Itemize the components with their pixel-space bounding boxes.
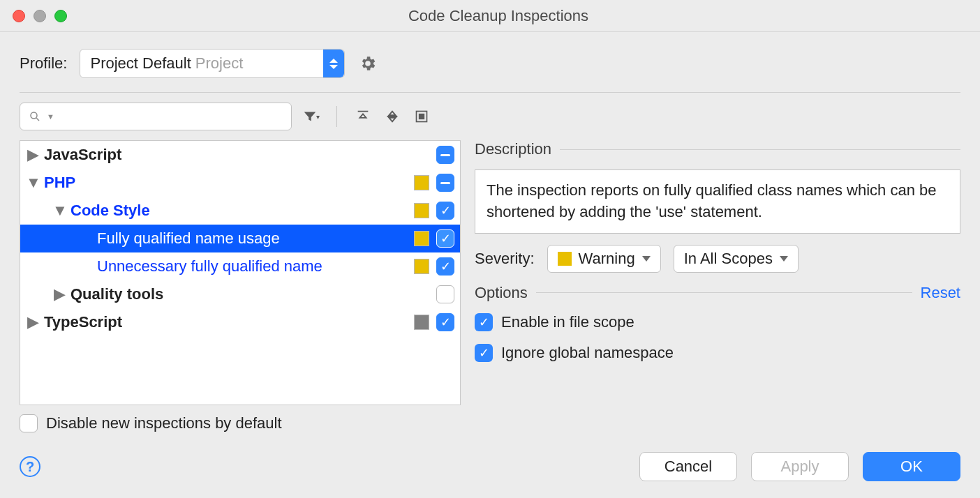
zoom-window-button[interactable] [54, 10, 67, 22]
scope-value: In All Scopes [684, 250, 773, 268]
tree-row[interactable]: ▶TypeScript✓ [20, 308, 460, 336]
severity-row: Severity: Warning In All Scopes [475, 245, 960, 273]
severity-swatch [558, 252, 572, 266]
options-label: Options [475, 284, 528, 302]
tree-item-label: TypeScript [44, 313, 414, 331]
options-heading: Options Reset [475, 284, 960, 302]
profile-combo[interactable]: Project Default Project [80, 49, 345, 78]
disable-label: Disable new inspections by default [46, 414, 282, 432]
chevron-down-icon [642, 256, 651, 262]
profile-value: Project Default [90, 54, 191, 73]
apply-button[interactable]: Apply [751, 452, 849, 481]
severity-swatch-icon [414, 315, 429, 330]
checkbox-unchecked-icon [20, 414, 38, 432]
profile-bar: Profile: Project Default Project [0, 32, 980, 92]
severity-dropdown[interactable]: Warning [547, 245, 661, 273]
window-controls [13, 10, 67, 22]
svg-point-0 [31, 112, 37, 119]
expand-all-icon[interactable] [352, 106, 373, 127]
profile-label: Profile: [20, 54, 67, 73]
chevron-right-icon: ▶ [52, 285, 66, 303]
window-title: Code Cleanup Inspections [67, 7, 930, 25]
inspection-tree[interactable]: ▶JavaScript▼PHP▼Code Style✓Fully qualifi… [20, 140, 461, 405]
checkbox-checked-icon[interactable]: ✓ [436, 257, 454, 276]
tree-item-label: PHP [44, 174, 414, 192]
severity-swatch-icon [414, 175, 429, 190]
tree-row[interactable]: ▶JavaScript [20, 141, 460, 169]
details-panel: Description The inspection reports on fu… [475, 140, 960, 405]
checkbox-mixed-icon[interactable] [436, 146, 454, 164]
titlebar: Code Cleanup Inspections [0, 0, 980, 32]
checkbox-checked-icon: ✓ [475, 313, 493, 331]
tree-row[interactable]: Unnecessary fully qualified name✓ [20, 252, 460, 280]
tree-row[interactable]: ▼PHP [20, 169, 460, 197]
option-label: Ignore global namespace [501, 344, 674, 362]
chevron-right-icon: ▶ [26, 146, 40, 164]
description-text: The inspection reports on fully qualifie… [475, 169, 960, 234]
chevron-down-icon: ▼ [52, 202, 66, 220]
inspection-toolbar: ▼ ▾ [0, 93, 980, 140]
filter-icon[interactable]: ▾ [300, 106, 321, 127]
option-label: Enable in file scope [501, 313, 634, 331]
profile-hint: Project [195, 54, 243, 73]
checkbox-checked-icon[interactable]: ✓ [436, 202, 454, 220]
tree-item-label: Code Style [70, 202, 414, 220]
description-label: Description [475, 140, 551, 158]
cancel-button[interactable]: Cancel [639, 452, 737, 481]
chevron-down-icon [780, 256, 788, 262]
option-ignore-global-namespace[interactable]: ✓ Ignore global namespace [475, 344, 960, 362]
combo-stepper-icon[interactable] [323, 50, 344, 77]
gear-icon[interactable] [357, 53, 378, 74]
ok-button[interactable]: OK [863, 452, 960, 481]
tree-item-label: Fully qualified name usage [97, 229, 414, 248]
checkbox-unchecked-icon[interactable] [436, 285, 454, 303]
chevron-right-icon: ▶ [26, 313, 40, 331]
severity-swatch-icon [414, 231, 429, 246]
checkbox-mixed-icon[interactable] [436, 174, 454, 192]
checkbox-checked-icon: ✓ [475, 344, 493, 362]
severity-swatch-icon [414, 259, 429, 274]
checkbox-checked-icon[interactable]: ✓ [436, 313, 454, 331]
tree-item-label: Quality tools [70, 285, 436, 303]
minimize-window-button[interactable] [34, 10, 46, 22]
tree-row[interactable]: ▶Quality tools [20, 280, 460, 308]
chevron-down-icon: ▼ [26, 174, 40, 192]
severity-label: Severity: [475, 250, 535, 268]
tree-item-label: Unnecessary fully qualified name [97, 257, 414, 276]
svg-line-1 [36, 118, 39, 121]
description-heading: Description [475, 140, 960, 158]
svg-rect-3 [419, 114, 424, 119]
close-window-button[interactable] [13, 10, 25, 22]
help-button[interactable]: ? [20, 456, 40, 477]
reset-link[interactable]: Reset [921, 284, 960, 302]
tree-row[interactable]: ▼Code Style✓ [20, 197, 460, 225]
severity-swatch-icon [414, 203, 429, 218]
checkbox-checked-icon[interactable]: ✓ [436, 229, 454, 248]
option-enable-file-scope[interactable]: ✓ Enable in file scope [475, 313, 960, 331]
show-details-icon[interactable] [411, 106, 432, 127]
search-input[interactable]: ▼ [20, 103, 292, 130]
disable-new-inspections[interactable]: Disable new inspections by default [20, 414, 960, 432]
search-icon [29, 110, 41, 123]
tree-row[interactable]: Fully qualified name usage✓ [20, 225, 460, 252]
toolbar-divider [336, 106, 337, 127]
severity-value: Warning [579, 250, 635, 268]
dialog-footer: Disable new inspections by default ? Can… [0, 409, 980, 498]
collapse-all-icon[interactable] [382, 106, 403, 127]
tree-item-label: JavaScript [44, 146, 436, 164]
scope-dropdown[interactable]: In All Scopes [674, 245, 799, 273]
